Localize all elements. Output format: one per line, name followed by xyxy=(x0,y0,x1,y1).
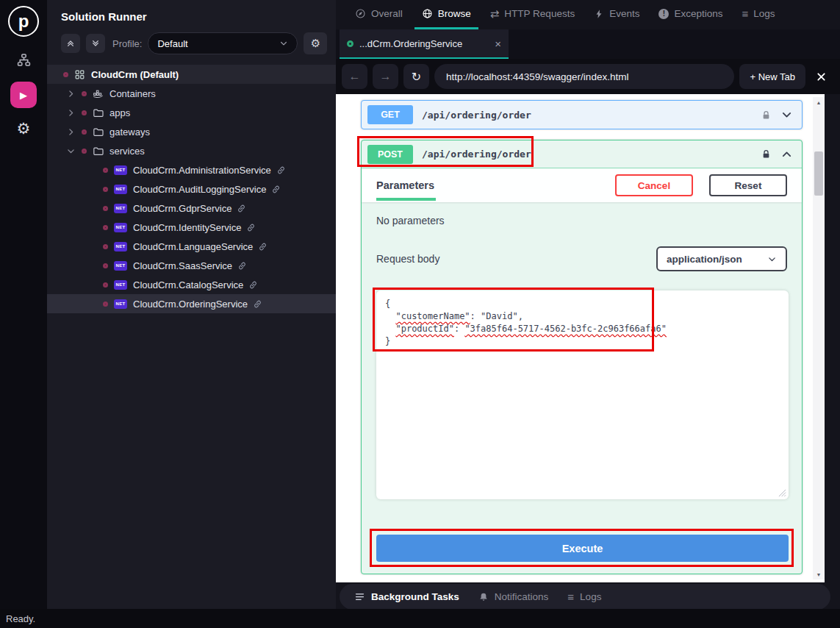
tree-item-service[interactable]: NET CloudCrm.GdprService xyxy=(47,199,336,218)
run-button[interactable]: ▶ xyxy=(10,82,37,108)
chevron-down-icon[interactable] xyxy=(780,109,793,121)
tree-item-root[interactable]: CloudCrm (Default) xyxy=(47,65,336,84)
opblock-get[interactable]: GET /api/ordering/order xyxy=(361,100,803,129)
execute-button[interactable]: Execute xyxy=(376,535,789,562)
link-icon[interactable] xyxy=(271,185,281,194)
content-type-value: application/json xyxy=(667,254,742,265)
tree-item-service[interactable]: NET CloudCrm.AdministrationService xyxy=(47,160,336,179)
browser-tab-active[interactable]: ...dCrm.OrderingService × xyxy=(340,29,509,59)
tree-item-service[interactable]: NET CloudCrm.SaasService xyxy=(47,256,336,275)
solution-tree-icon[interactable] xyxy=(17,53,31,67)
opblock-get-header[interactable]: GET /api/ordering/order xyxy=(362,101,802,129)
tree-item-services[interactable]: services xyxy=(47,141,336,160)
tree-item-service[interactable]: NET CloudCrm.AuditLoggingService xyxy=(47,179,336,199)
profile-settings-button[interactable]: ⚙ xyxy=(304,32,327,54)
lock-icon[interactable] xyxy=(761,110,772,121)
service-name: CloudCrm.GdprService xyxy=(133,203,231,214)
scroll-up-icon[interactable]: ▲ xyxy=(813,97,825,107)
no-parameters-text: No parameters xyxy=(362,202,802,238)
refresh-icon: ↻ xyxy=(412,70,421,84)
tab-label: HTTP Requests xyxy=(504,8,575,19)
link-icon[interactable] xyxy=(237,261,247,271)
tab-logs[interactable]: ≡ Logs xyxy=(734,0,782,29)
project-icon xyxy=(103,244,108,249)
forward-button[interactable]: → xyxy=(373,64,398,89)
project-icon xyxy=(63,72,68,77)
json-text: { xyxy=(385,299,390,309)
get-path: /api/ordering/order xyxy=(422,110,531,121)
notifications-button[interactable]: Notifications xyxy=(478,591,549,602)
project-icon xyxy=(103,301,108,307)
tab-label: Events xyxy=(609,8,639,19)
exclamation-icon: ! xyxy=(658,9,669,19)
chevron-down-icon xyxy=(767,254,777,264)
tab-events[interactable]: Events xyxy=(586,0,647,29)
tree-item-service[interactable]: NET CloudCrm.IdentityService xyxy=(47,218,336,237)
bottom-taskbar: Background Tasks Notifications ≡ Logs xyxy=(340,584,830,610)
refresh-button[interactable]: ↻ xyxy=(403,64,429,89)
chevron-right-icon xyxy=(66,89,76,99)
exclamation-glyph: ! xyxy=(663,10,665,18)
chevron-up-icon[interactable] xyxy=(780,148,793,160)
link-icon[interactable] xyxy=(248,280,258,290)
scrollbar-thumb[interactable] xyxy=(814,151,823,196)
double-chevron-up-icon xyxy=(66,39,75,48)
background-tasks-button[interactable]: Background Tasks xyxy=(354,591,459,602)
cancel-button[interactable]: Cancel xyxy=(615,174,693,196)
link-icon[interactable] xyxy=(253,299,262,309)
resize-grip[interactable] xyxy=(778,489,786,497)
link-icon[interactable] xyxy=(246,223,256,232)
profile-select[interactable]: Default xyxy=(148,32,298,54)
tab-browse[interactable]: Browse xyxy=(414,0,478,29)
tree-item-containers[interactable]: Containers xyxy=(47,84,336,103)
close-tab-icon[interactable]: × xyxy=(495,38,501,50)
group-label: services xyxy=(110,146,145,157)
logs-button[interactable]: ≡ Logs xyxy=(567,591,601,602)
url-input[interactable]: http://localhost:44359/swagger/index.htm… xyxy=(434,64,734,89)
link-icon[interactable] xyxy=(276,165,286,175)
tree-item-service-selected[interactable]: NET CloudCrm.OrderingService xyxy=(47,294,336,313)
service-name: CloudCrm.LanguageService xyxy=(133,241,253,252)
tab-label: Exceptions xyxy=(674,8,722,19)
tree-item-gateways[interactable]: gateways xyxy=(47,122,336,141)
new-tab-button[interactable]: + New Tab xyxy=(739,64,805,89)
settings-button[interactable]: ⚙ xyxy=(17,120,31,138)
back-button[interactable]: ← xyxy=(342,64,367,89)
tasks-icon xyxy=(354,591,365,602)
reset-button[interactable]: Reset xyxy=(709,174,787,196)
tools-x-icon xyxy=(816,71,827,82)
tab-label: Browse xyxy=(438,8,471,19)
request-body-editor[interactable]: { "customerName": "David", "productId": … xyxy=(376,290,789,499)
content-type-select[interactable]: application/json xyxy=(656,246,787,271)
tree-item-service[interactable]: NET CloudCrm.LanguageService xyxy=(47,237,336,256)
tree-item-apps[interactable]: apps xyxy=(47,103,336,122)
solution-sidebar: Solution Runner Profile: Default ⚙ Cloud… xyxy=(47,0,336,609)
tab-http-requests[interactable]: ⇄ HTTP Requests xyxy=(483,0,582,29)
expand-all-button[interactable] xyxy=(86,34,105,53)
lock-icon[interactable] xyxy=(761,149,772,160)
post-method-badge: POST xyxy=(367,145,413,164)
tab-exceptions[interactable]: ! Exceptions xyxy=(651,0,730,29)
opblock-post-header[interactable]: POST /api/ordering/order xyxy=(362,140,802,168)
json-text: } xyxy=(385,336,390,346)
profile-value: Default xyxy=(157,38,187,49)
collapse-all-button[interactable] xyxy=(61,34,80,53)
content-scrollbar[interactable]: ▲ ▼ xyxy=(813,97,825,579)
tools-button[interactable] xyxy=(811,71,831,82)
scroll-down-icon[interactable]: ▼ xyxy=(813,569,825,579)
chevron-down-icon xyxy=(279,39,288,48)
folder-icon xyxy=(93,107,104,118)
dotnet-badge: NET xyxy=(114,261,127,271)
link-icon[interactable] xyxy=(258,242,268,251)
folder-icon xyxy=(93,126,104,138)
service-name: CloudCrm.AuditLoggingService xyxy=(133,184,266,195)
group-label: Containers xyxy=(110,88,156,99)
json-key-misspelled: "customerName" xyxy=(395,311,470,321)
chevron-down-icon xyxy=(66,146,76,156)
project-icon xyxy=(103,225,108,230)
link-icon[interactable] xyxy=(237,204,246,213)
service-name: CloudCrm.IdentityService xyxy=(133,222,241,233)
tree-item-service[interactable]: NET CloudCrm.CatalogService xyxy=(47,275,336,294)
project-icon xyxy=(82,91,87,96)
tab-overall[interactable]: Overall xyxy=(348,0,410,29)
